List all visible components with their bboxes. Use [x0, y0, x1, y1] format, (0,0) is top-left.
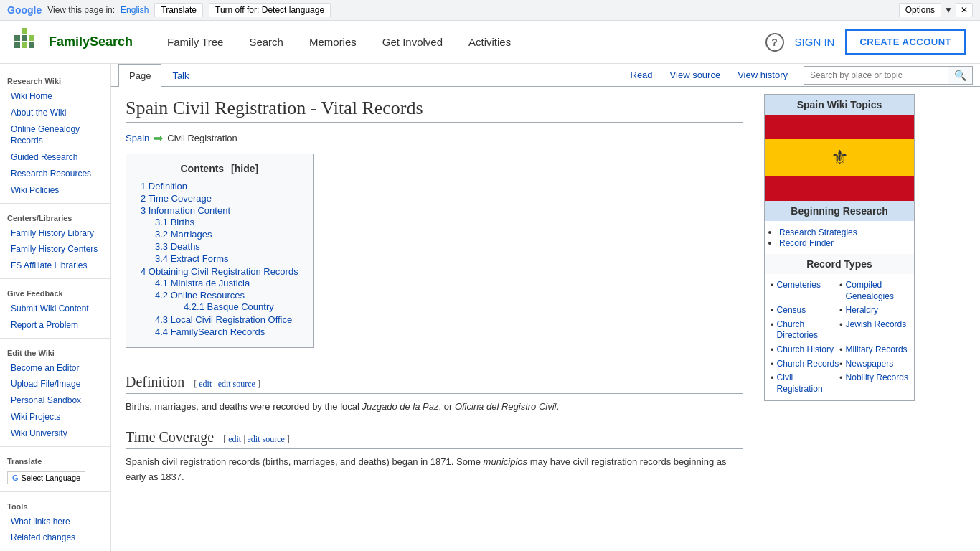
definition-italic1: Juzgado de la Paz	[362, 401, 439, 412]
translate-button[interactable]: Translate	[154, 3, 203, 17]
familysearch-logo-icon	[14, 28, 43, 57]
rt-church-history: Church History	[771, 343, 839, 357]
nav-activities[interactable]: Activities	[456, 21, 524, 64]
sidebar-item-online-genealogy[interactable]: Online Genealogy Records	[0, 121, 110, 150]
sidebar-item-guided-research[interactable]: Guided Research	[0, 149, 110, 166]
rt-census: Census	[771, 303, 839, 318]
wiki-search-button[interactable]: 🔍	[948, 67, 972, 84]
edit-source-definition-link[interactable]: edit source	[218, 379, 255, 389]
wiki-search-input[interactable]	[804, 67, 948, 83]
flag-coat-of-arms: ⚜	[831, 148, 849, 168]
toc-item-2: 2 Time Coverage	[141, 192, 298, 204]
beginning-research-title: Beginning Research	[765, 201, 914, 221]
translate-language-link[interactable]: English	[121, 5, 149, 15]
sidebar-item-report-problem[interactable]: Report a Problem	[0, 317, 110, 334]
sidebar-section-feedback: Give Feedback	[0, 283, 110, 301]
toc-item-3-1: 3.1 Births	[155, 216, 298, 228]
action-view-source[interactable]: View source	[661, 64, 730, 86]
toc-item-4: 4 Obtaining Civil Registration Records 4…	[141, 265, 298, 339]
content-area: Spain Civil Registration - Vital Records…	[111, 87, 980, 502]
record-finder-link[interactable]: Record Finder	[779, 238, 834, 248]
record-types-grid: Cemeteries Compiled Genealogies Census H…	[765, 274, 914, 400]
translate-close-button[interactable]: ✕	[956, 3, 973, 17]
help-icon[interactable]: ?	[765, 33, 784, 52]
svg-rect-3	[22, 28, 27, 34]
svg-rect-1	[22, 35, 27, 41]
rt-compiled-genealogies: Compiled Genealogies	[839, 278, 908, 303]
header: FamilySearch Family Tree Search Memories…	[0, 21, 980, 64]
definition-end: .	[557, 401, 560, 412]
contents-list: 1 Definition 2 Time Coverage 3 Informati…	[141, 180, 298, 339]
sidebar-item-wiki-university[interactable]: Wiki University	[0, 425, 110, 442]
toc-item-4-4: 4.4 FamilySearch Records	[155, 326, 298, 338]
action-view-history[interactable]: View history	[729, 64, 796, 86]
rt-nobility-records: Nobility Records	[839, 371, 908, 396]
sidebar-item-become-editor[interactable]: Become an Editor	[0, 360, 110, 377]
research-strategies-link[interactable]: Research Strategies	[779, 227, 857, 237]
sidebar-item-about-wiki[interactable]: About the Wiki	[0, 105, 110, 121]
toc-item-1: 1 Definition	[141, 180, 298, 192]
sidebar-item-wiki-projects[interactable]: Wiki Projects	[0, 409, 110, 425]
sidebar-item-submit-wiki[interactable]: Submit Wiki Content	[0, 301, 110, 317]
action-read[interactable]: Read	[622, 64, 661, 86]
sidebar-item-what-links[interactable]: What links here	[0, 514, 110, 530]
sidebar-item-upload-file[interactable]: Upload File/Image	[0, 376, 110, 392]
nav-search[interactable]: Search	[236, 21, 296, 64]
tab-page[interactable]: Page	[118, 64, 161, 87]
create-account-button[interactable]: CREATE ACCOUNT	[845, 29, 966, 55]
turn-off-button[interactable]: Turn off for: Detect language	[209, 3, 331, 17]
logo[interactable]: FamilySearch	[14, 28, 133, 57]
wiki-tab-actions: Read View source View history 🔍	[622, 64, 974, 86]
sidebar-item-wiki-home[interactable]: Wiki Home	[0, 88, 110, 105]
contents-title: Contents [hide]	[141, 163, 298, 174]
nav-family-tree[interactable]: Family Tree	[154, 21, 236, 64]
svg-rect-5	[22, 42, 27, 48]
toc-item-4-2-1: 4.2.1 Basque Country	[184, 301, 298, 313]
sidebar-item-research-resources[interactable]: Research Resources	[0, 166, 110, 182]
contents-hide-link[interactable]: [hide]	[231, 163, 258, 174]
edit-source-time-coverage-link[interactable]: edit source	[248, 434, 285, 444]
nav-get-involved[interactable]: Get Involved	[369, 21, 456, 64]
breadcrumb-spain[interactable]: Spain	[126, 133, 149, 143]
section-definition: Definition [ edit | edit source ]	[126, 374, 743, 394]
beginning-research-item-strategies: Research Strategies	[779, 227, 908, 237]
logo-text: FamilySearch	[49, 34, 133, 50]
breadcrumb-arrow: ➡	[154, 131, 163, 145]
nav-memories[interactable]: Memories	[296, 21, 369, 64]
wiki-search: 🔍	[804, 66, 973, 85]
sidebar-divider-3	[0, 338, 110, 339]
rt-military-records: Military Records	[839, 343, 908, 357]
rt-cemeteries: Cemeteries	[771, 278, 839, 303]
sidebar-item-related-changes[interactable]: Related changes	[0, 529, 110, 546]
rt-civil-registration: Civil Registration	[771, 371, 839, 396]
article-title: Spain Civil Registration - Vital Records	[126, 98, 743, 123]
google-logo: Google	[7, 4, 42, 16]
sidebar-section-edit-wiki: Edit the Wiki	[0, 343, 110, 360]
sign-in-button[interactable]: SIGN IN	[795, 36, 835, 48]
toc-item-4-3: 4.3 Local Civil Registration Office	[155, 314, 298, 326]
sidebar-item-family-history-centers[interactable]: Family History Centers	[0, 241, 110, 258]
definition-text: Births, marriages, and deaths were recor…	[126, 401, 362, 412]
edit-time-coverage-link[interactable]: edit	[228, 434, 241, 444]
select-language-button[interactable]: G Select Language	[7, 471, 85, 484]
rt-church-records: Church Records	[771, 357, 839, 372]
breadcrumb: Spain ➡ Civil Registration	[126, 131, 743, 145]
contents-label: Contents	[180, 163, 224, 174]
section-definition-edit-links: [ edit | edit source ]	[194, 379, 260, 389]
sidebar-item-personal-sandbox[interactable]: Personal Sandbox	[0, 392, 110, 409]
logo-brand: FamilySearch	[49, 34, 133, 49]
sidebar-section-translate: Translate	[0, 451, 110, 468]
options-button[interactable]: Options	[899, 3, 941, 17]
tab-talk[interactable]: Talk	[161, 64, 199, 87]
toc-item-4-1: 4.1 Ministra de Justicia	[155, 277, 298, 289]
contents-hide: [hide]	[231, 163, 258, 174]
toc-item-3-2: 3.2 Marriages	[155, 228, 298, 240]
sidebar-item-family-history-library[interactable]: Family History Library	[0, 225, 110, 242]
page-layout: Research Wiki Wiki Home About the Wiki O…	[0, 64, 980, 551]
contents-box: Contents [hide] 1 Definition 2 Time Cove…	[126, 154, 314, 348]
edit-definition-link[interactable]: edit	[199, 379, 212, 389]
sidebar-item-wiki-policies[interactable]: Wiki Policies	[0, 182, 110, 199]
rt-heraldry: Heraldry	[839, 303, 908, 318]
article: Spain Civil Registration - Vital Records…	[111, 87, 757, 502]
sidebar-item-fs-affiliate[interactable]: FS Affiliate Libraries	[0, 258, 110, 274]
